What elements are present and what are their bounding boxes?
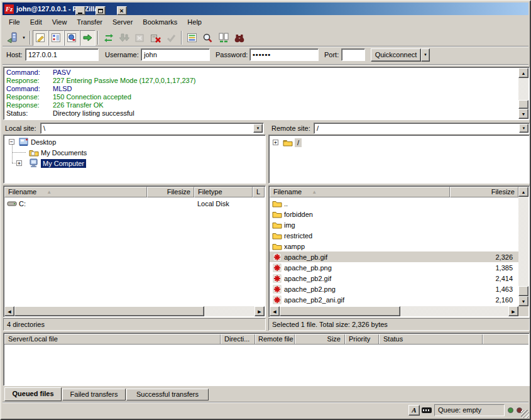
quickconnect-button[interactable]: Quickconnect (371, 48, 421, 62)
local-horizontal-scrollbar[interactable]: ◀ ▶ (4, 306, 265, 316)
column-header-filesize[interactable]: Filesize (450, 187, 518, 197)
menu-bookmarks[interactable]: Bookmarks (138, 17, 182, 27)
file-row[interactable]: apache_pb.png 1,385 (270, 262, 519, 273)
menu-server[interactable]: Server (107, 17, 138, 27)
app-icon[interactable]: Fz (4, 4, 14, 14)
local-tree[interactable]: − Desktop My Documents + My Computer (3, 135, 266, 184)
column-divider[interactable] (482, 334, 483, 344)
password-input[interactable]: •••••• (249, 48, 319, 61)
column-header-server-local-file[interactable]: Server/Local file (8, 335, 58, 343)
port-input[interactable] (341, 48, 365, 61)
tree-item-desktop[interactable]: Desktop (19, 136, 56, 147)
toggle-local-tree-button[interactable] (48, 30, 64, 46)
tree-item-my-computer[interactable]: My Computer (29, 158, 86, 169)
toggle-transfer-queue-button[interactable] (80, 30, 96, 46)
menu-file[interactable]: File (4, 17, 25, 27)
scrollbar-thumb[interactable] (14, 306, 204, 316)
refresh-button[interactable] (101, 30, 116, 46)
remote-vertical-scrollbar[interactable]: ▲ ▼ (518, 187, 528, 306)
collapse-toggle[interactable]: − (9, 139, 14, 145)
remote-horizontal-scrollbar[interactable]: ◀ ▶ (270, 306, 518, 316)
scroll-right-button[interactable]: ▶ (508, 306, 518, 316)
ascii-transfer-type-icon[interactable]: A (408, 405, 420, 416)
file-row[interactable]: apache_pb2.gif 2,414 (270, 273, 519, 284)
column-divider[interactable] (344, 334, 346, 344)
column-divider[interactable] (378, 334, 380, 344)
column-header-filesize[interactable]: Filesize (147, 187, 194, 197)
scroll-up-button[interactable]: ▲ (518, 68, 528, 78)
file-row[interactable]: C: Local Disk (4, 198, 256, 209)
expand-toggle[interactable]: + (273, 140, 278, 145)
column-header-size[interactable]: Size (295, 335, 341, 343)
toggle-message-log-button[interactable] (33, 30, 48, 46)
scroll-left-button[interactable]: ◀ (4, 306, 14, 316)
tab-failed-transfers[interactable]: Failed transfers (62, 389, 126, 401)
cancel-operation-button[interactable] (132, 30, 148, 46)
file-row[interactable]: .. (270, 198, 519, 209)
file-row[interactable]: restricted (270, 230, 519, 241)
column-header-direction[interactable]: Directi... (224, 335, 249, 343)
remote-tree[interactable]: + / (268, 135, 530, 184)
column-header-status[interactable]: Status (383, 335, 403, 343)
menu-edit[interactable]: Edit (25, 17, 47, 27)
tree-item-my-documents[interactable]: My Documents (29, 147, 87, 158)
tab-successful-transfers[interactable]: Successful transfers (126, 389, 209, 401)
remote-site-combo[interactable]: / ▼ (314, 123, 530, 134)
search-button[interactable] (200, 30, 216, 46)
menu-help[interactable]: Help (182, 17, 207, 27)
file-row[interactable]: apache_pb2_ani.gif 2,160 (270, 294, 519, 305)
host-input[interactable]: 127.0.0.1 (25, 48, 99, 61)
column-divider[interactable] (220, 334, 221, 344)
tree-item-root[interactable]: / (283, 137, 302, 148)
filter-button[interactable] (184, 30, 200, 46)
title-bar[interactable]: Fz john@127.0.0.1 - FileZilla × (3, 3, 528, 15)
file-row[interactable]: xampp (270, 241, 519, 251)
column-header-priority[interactable]: Priority (349, 335, 370, 343)
log-vertical-scrollbar[interactable]: ▲ ▼ (518, 68, 528, 119)
column-divider[interactable] (255, 334, 256, 344)
remote-file-list[interactable]: Filename▲ Filesize .. forbidden img rest… (268, 185, 530, 318)
message-log[interactable]: Command:PASV Response:227 Entering Passi… (3, 67, 530, 120)
file-row-selected[interactable]: apache_pb.gif 2,326 (270, 251, 519, 262)
column-header-last-modified[interactable]: L (253, 187, 265, 197)
remote-site-dropdown[interactable]: ▼ (519, 124, 528, 133)
file-row[interactable]: apache_pb2.png 1,463 (270, 284, 519, 294)
username-input[interactable]: john (141, 48, 210, 61)
local-site-combo[interactable]: \ ▼ (40, 123, 264, 134)
file-row[interactable]: forbidden (270, 209, 519, 219)
menu-view[interactable]: View (47, 17, 72, 27)
compare-directories-button[interactable] (216, 30, 231, 46)
close-button[interactable]: × (117, 6, 127, 15)
scroll-down-button[interactable]: ▼ (518, 296, 528, 306)
disconnect-button[interactable] (148, 30, 163, 46)
local-file-list[interactable]: Filename▲ Filesize Filetype L C: Local D… (3, 185, 266, 318)
site-manager-dropdown[interactable]: ▼ (20, 30, 28, 46)
scrollbar-thumb[interactable] (280, 306, 400, 316)
column-header-filename[interactable]: Filename▲ (4, 187, 147, 197)
expand-toggle[interactable]: + (16, 160, 22, 166)
transfer-queue[interactable]: Server/Local file Directi... Remote file… (3, 333, 530, 386)
scroll-down-button[interactable]: ▼ (518, 109, 528, 119)
column-header-filename[interactable]: Filename▲ (270, 187, 450, 197)
tab-queued-files[interactable]: Queued files (4, 387, 62, 401)
scroll-right-button[interactable]: ▶ (255, 306, 265, 316)
minimize-button[interactable] (75, 6, 85, 15)
scrollbar-thumb[interactable] (518, 286, 528, 296)
menu-transfer[interactable]: Transfer (72, 17, 107, 27)
resize-grip[interactable] (521, 410, 529, 418)
column-header-filetype[interactable]: Filetype (194, 187, 253, 197)
toggle-remote-tree-button[interactable] (64, 30, 80, 46)
site-manager-button[interactable] (4, 30, 20, 46)
column-header-remote-file[interactable]: Remote file (258, 335, 293, 343)
synchronized-browsing-button[interactable] (231, 30, 247, 46)
file-row[interactable]: img (270, 219, 519, 230)
maximize-button[interactable] (96, 6, 106, 15)
local-site-dropdown[interactable]: ▼ (253, 124, 263, 133)
scrollbar-thumb[interactable] (518, 100, 528, 109)
scroll-up-button[interactable]: ▲ (518, 187, 528, 197)
speed-limit-icon[interactable] (422, 407, 432, 413)
process-queue-button[interactable] (116, 30, 132, 46)
reconnect-button[interactable] (163, 30, 179, 46)
scroll-left-button[interactable]: ◀ (270, 306, 280, 316)
quickconnect-dropdown[interactable]: ▼ (421, 48, 430, 62)
